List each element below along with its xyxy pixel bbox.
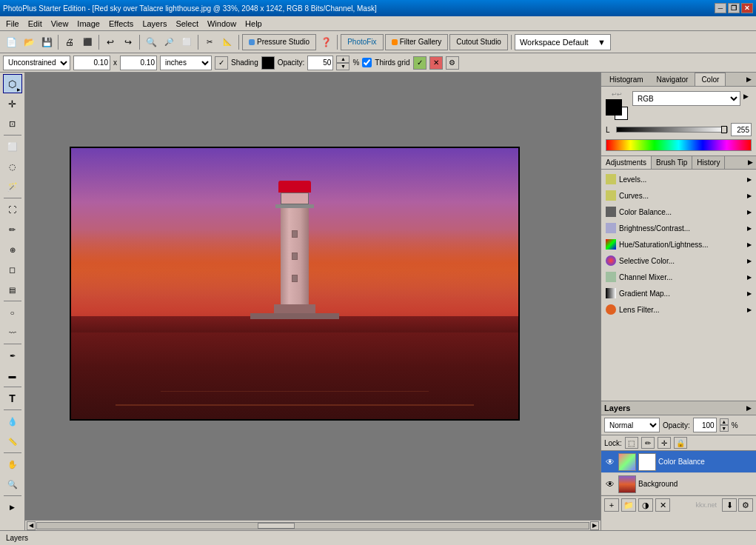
clone-tool-btn[interactable]: ⊕: [3, 240, 22, 259]
menu-select[interactable]: Select: [171, 18, 203, 30]
marquee-tool-btn[interactable]: ⬜: [3, 137, 22, 156]
opacity-down-btn[interactable]: ▼: [336, 63, 349, 70]
tb-btn2[interactable]: ⬛: [79, 34, 96, 50]
layers-expand-btn[interactable]: ▶: [745, 403, 753, 413]
help-button[interactable]: ❓: [318, 34, 334, 50]
move-tool-btn[interactable]: ✛: [3, 94, 22, 113]
lasso-tool-btn[interactable]: ◌: [3, 157, 22, 176]
shading-color-swatch[interactable]: [261, 56, 275, 70]
y-value-input[interactable]: [120, 56, 157, 70]
filter-gallery-button[interactable]: Filter Gallery: [385, 34, 449, 50]
adj-channel-mixer[interactable]: Channel Mixer... ▶: [603, 269, 755, 285]
menu-layers[interactable]: Layers: [138, 18, 171, 30]
grid-cancel-btn[interactable]: ✕: [429, 56, 443, 70]
magic-wand-btn[interactable]: 🪄: [3, 177, 22, 196]
lock-transparent-btn[interactable]: ⬚: [625, 437, 638, 449]
opacity-up-btn[interactable]: ▲: [336, 56, 349, 63]
menu-image[interactable]: Image: [73, 18, 104, 30]
adj-lens-filter[interactable]: Lens Filter... ▶: [603, 301, 755, 318]
print-button[interactable]: 🖨: [61, 34, 78, 50]
layer-visibility-icon[interactable]: 👁: [604, 456, 616, 468]
layer-color-balance[interactable]: 👁 Color Balance: [601, 451, 756, 473]
cutout-studio-button[interactable]: Cutout Studio: [449, 34, 508, 50]
menu-file[interactable]: File: [1, 18, 24, 30]
shape-tool-btn[interactable]: ▬: [3, 366, 22, 385]
redo-button[interactable]: ↪: [120, 34, 136, 50]
restore-button[interactable]: ❐: [728, 3, 740, 13]
workspace-dropdown[interactable]: Workspace Default ▼: [515, 34, 611, 50]
tab-histogram[interactable]: Histogram: [603, 73, 650, 86]
tab-color[interactable]: Color: [695, 73, 726, 86]
adj-brightness[interactable]: Brightness/Contrast... ▶: [603, 220, 755, 236]
lock-paint-btn[interactable]: ✏: [641, 437, 655, 449]
hand-tool-btn[interactable]: ✋: [3, 455, 22, 474]
menu-help[interactable]: Help: [241, 18, 267, 30]
zoom-fit-button[interactable]: ⬜: [178, 34, 195, 50]
layer-opacity-input[interactable]: [693, 418, 717, 432]
menu-edit[interactable]: Edit: [24, 18, 47, 30]
straighten-button[interactable]: 📐: [219, 34, 235, 50]
adj-curves[interactable]: Curves... ▶: [603, 187, 755, 204]
crop-button[interactable]: ✂: [201, 34, 218, 50]
tab-navigator[interactable]: Navigator: [650, 73, 695, 86]
constraint-select[interactable]: Unconstrained: [3, 56, 70, 70]
fg-color-swatch[interactable]: [606, 99, 622, 116]
canvas-area[interactable]: ◀ ▶: [25, 73, 601, 530]
adj-levels[interactable]: Levels... ▶: [603, 171, 755, 187]
save-button[interactable]: 💾: [39, 34, 55, 50]
x-value-input[interactable]: [73, 56, 110, 70]
add-folder-btn[interactable]: 📁: [621, 498, 636, 512]
layer-extra-btn2[interactable]: ⚙: [738, 498, 753, 512]
grid-ok-btn[interactable]: ✓: [413, 56, 426, 70]
eraser-tool-btn[interactable]: ◻: [3, 260, 22, 279]
scroll-right-btn[interactable]: ▶: [590, 521, 599, 530]
color-panel-expand-btn[interactable]: ▶: [743, 74, 755, 84]
tab-brush-tip[interactable]: Brush Tip: [652, 156, 692, 169]
expand-panel-btn[interactable]: ▶: [3, 498, 22, 517]
l-value-input[interactable]: [731, 123, 752, 136]
undo-button[interactable]: ↩: [102, 34, 118, 50]
color-spectrum[interactable]: [606, 139, 752, 151]
transform-tool-btn[interactable]: ⊡: [3, 114, 22, 133]
delete-layer-btn[interactable]: ✕: [655, 498, 670, 512]
lock-move-btn[interactable]: ✛: [658, 437, 671, 449]
adj-panel-expand-btn[interactable]: ▶: [745, 156, 756, 169]
dodge-tool-btn[interactable]: ○: [3, 303, 22, 322]
h-scrollbar[interactable]: ◀ ▶: [25, 520, 601, 530]
layer-bg-visibility-icon[interactable]: 👁: [604, 478, 616, 490]
zoom-tool-btn[interactable]: 🔍: [3, 475, 22, 494]
layer-background[interactable]: 👁 Background: [601, 473, 756, 495]
zoom-in-button[interactable]: 🔍: [143, 34, 159, 50]
menu-window[interactable]: Window: [203, 18, 241, 30]
scroll-left-btn[interactable]: ◀: [27, 521, 36, 530]
menu-effects[interactable]: Effects: [104, 18, 138, 30]
units-select[interactable]: inches: [160, 56, 212, 70]
zoom-out-button[interactable]: 🔎: [161, 34, 177, 50]
adj-selective-color[interactable]: Selective Color... ▶: [603, 253, 755, 269]
canvas-image[interactable]: [70, 147, 520, 421]
shading-checkbox[interactable]: [362, 58, 372, 67]
opacity-down-btn[interactable]: ▼: [720, 425, 729, 432]
lock-all-btn[interactable]: 🔒: [674, 437, 687, 449]
opacity-up-btn[interactable]: ▲: [720, 418, 729, 425]
crop-tool-btn[interactable]: ⛶: [3, 200, 22, 219]
tab-history[interactable]: History: [692, 156, 725, 169]
photofix-button[interactable]: PhotoFix: [341, 34, 383, 50]
new-button[interactable]: 📄: [3, 34, 19, 50]
measure-tool-btn[interactable]: 📏: [3, 432, 22, 451]
menu-view[interactable]: View: [47, 18, 73, 30]
minimize-button[interactable]: ─: [715, 3, 726, 13]
grid-settings-btn[interactable]: ⚙: [446, 56, 459, 70]
color-reset-icon[interactable]: ↩↩: [612, 91, 622, 98]
adj-color-balance[interactable]: Color Balance... ▶: [603, 204, 755, 220]
l-slider[interactable]: [616, 127, 728, 133]
add-layer-btn[interactable]: +: [604, 498, 619, 512]
open-button[interactable]: 📂: [21, 34, 37, 50]
color-mode-expand[interactable]: ▶: [740, 91, 752, 101]
smudge-tool-btn[interactable]: 〰: [3, 323, 22, 342]
adj-gradient-map[interactable]: Gradient Map... ▶: [603, 285, 755, 301]
adjustment-layer-btn[interactable]: ◑: [638, 498, 653, 512]
color-mode-select[interactable]: RGB: [632, 91, 740, 106]
eyedropper-tool-btn[interactable]: 💧: [3, 412, 22, 431]
scroll-track[interactable]: [36, 522, 589, 529]
